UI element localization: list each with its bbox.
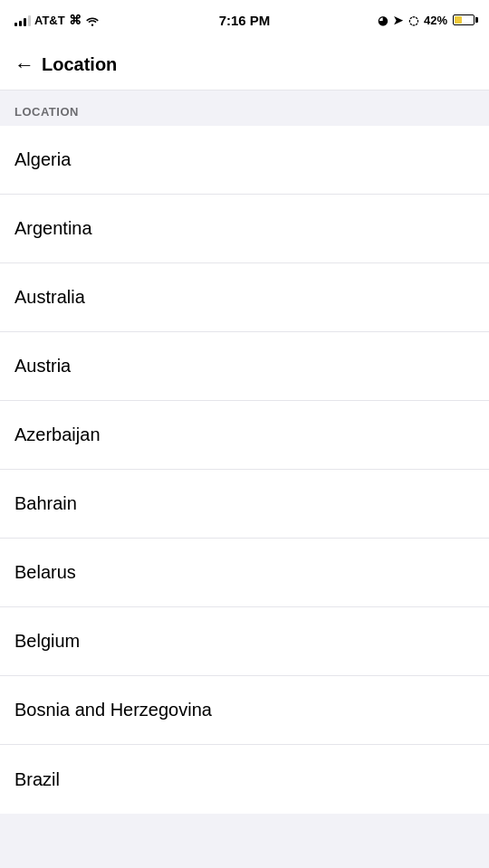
location-list: AlgeriaArgentinaAustraliaAustriaAzerbaij… <box>0 126 489 814</box>
list-item[interactable]: Algeria <box>0 126 489 195</box>
location-icon: ◕ <box>378 14 388 27</box>
back-arrow-icon: ← <box>14 55 34 75</box>
nav-header: ← Location <box>0 40 489 91</box>
back-button[interactable]: ← <box>14 48 34 82</box>
list-item[interactable]: Belgium <box>0 607 489 676</box>
location-name: Algeria <box>14 149 71 170</box>
location-name: Argentina <box>14 218 92 239</box>
location-name: Austria <box>14 356 71 377</box>
signal-bars <box>14 14 31 26</box>
location-name: Azerbaijan <box>14 424 101 445</box>
signal-bar-4 <box>28 15 31 26</box>
page-title: Location <box>42 54 117 75</box>
list-item[interactable]: Azerbaijan <box>0 401 489 470</box>
battery-indicator <box>453 14 475 25</box>
list-item[interactable]: Bosnia and Herzegovina <box>0 676 489 745</box>
signal-bar-3 <box>24 18 26 26</box>
section-header: LOCATION <box>0 91 489 126</box>
carrier-label: AT&T <box>34 14 65 27</box>
location-name: Bahrain <box>14 493 77 514</box>
location-name: Bosnia and Herzegovina <box>14 700 212 720</box>
wifi-icon: ⌘ <box>69 13 100 27</box>
signal-bar-1 <box>14 23 17 26</box>
location-name: Belgium <box>14 631 80 652</box>
battery-percent: 42% <box>424 14 447 27</box>
location-name: Australia <box>14 287 85 308</box>
list-item[interactable]: Austria <box>0 332 489 401</box>
section-label: LOCATION <box>14 105 79 119</box>
signal-bar-2 <box>19 21 22 26</box>
status-bar: AT&T ⌘ 7:16 PM ◕ ➤ ◌ 42% <box>0 0 489 40</box>
status-right: ◕ ➤ ◌ 42% <box>378 14 475 27</box>
status-time: 7:16 PM <box>219 13 271 28</box>
battery-fill <box>455 16 462 24</box>
list-item[interactable]: Brazil <box>0 745 489 814</box>
battery-icon <box>453 14 475 25</box>
list-item[interactable]: Bahrain <box>0 470 489 539</box>
navigation-icon: ➤ <box>393 14 403 27</box>
location-name: Brazil <box>14 769 60 790</box>
alarm-icon: ◌ <box>408 14 418 27</box>
location-name: Belarus <box>14 562 76 583</box>
list-item[interactable]: Belarus <box>0 539 489 607</box>
list-item[interactable]: Australia <box>0 263 489 332</box>
status-left: AT&T ⌘ <box>14 13 100 27</box>
list-item[interactable]: Argentina <box>0 195 489 263</box>
